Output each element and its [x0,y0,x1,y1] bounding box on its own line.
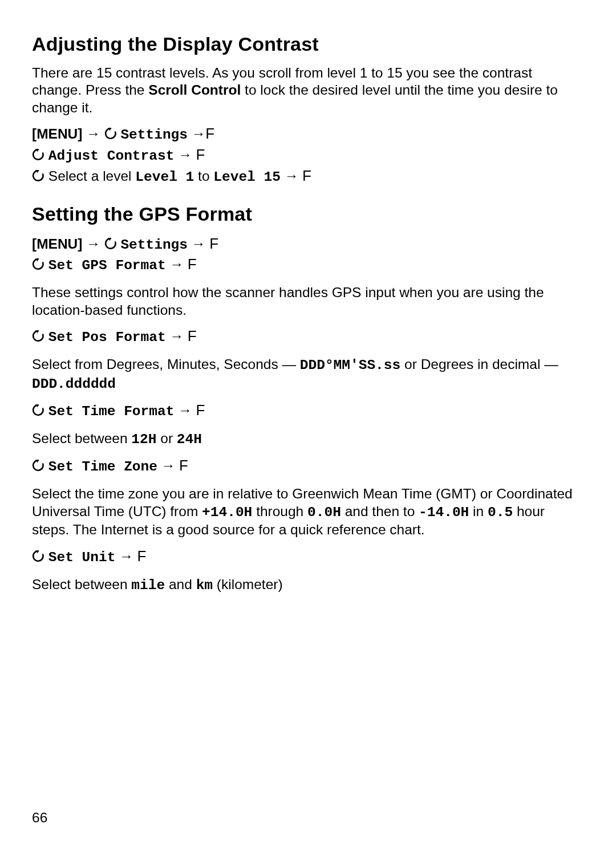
scroll-icon [32,549,44,562]
minus-14h: -14.0H [419,505,469,520]
gps-description: These settings control how the scanner h… [32,284,584,319]
heading-adjust-contrast: Adjusting the Display Contrast [32,32,584,56]
function-key-icon: F [188,255,197,274]
menu-key: [MENU] [32,236,82,251]
arrow-icon: → [192,126,206,141]
scroll-icon [104,237,117,249]
scroll-icon [32,329,44,342]
time-format-options: Select between 12H or 24H [32,430,584,449]
dms-format: DDD°MM'SS.ss [300,358,400,373]
time-or: or [156,431,176,446]
set-time-zone-label: Set Time Zone [48,459,157,474]
settings-label: Settings [120,237,188,253]
scroll-icon [32,169,44,181]
unit-and: and [165,577,196,592]
arrow-icon: → [178,403,192,418]
function-key-icon: F [196,401,205,420]
set-unit-line: Set Unit → F [32,547,584,567]
set-time-zone-line: Set Time Zone → F [32,456,584,476]
manual-page: { "section1": { "heading": "Adjusting th… [0,0,616,852]
function-key-icon: F [205,124,214,143]
heading-gps-format: Setting the GPS Format [32,202,584,226]
mile-label: mile [131,578,165,593]
to-text: to [194,168,213,184]
intro-paragraph: There are 15 contrast levels. As you scr… [32,64,584,117]
function-key-icon: F [188,327,197,346]
gps-nav-line-2: Set GPS Format → F [32,255,584,275]
level-15-label: Level 15 [213,169,281,185]
twentyfour-hour: 24H [177,432,202,447]
scroll-control-term: Scroll Control [148,82,241,98]
pos-text-a: Select from Degrees, Minutes, Seconds — [32,356,300,372]
arrow-icon: → [86,126,100,141]
page-number: 66 [32,809,47,827]
arrow-icon: → [169,257,184,272]
arrow-icon: → [285,168,299,184]
arrow-icon: → [86,236,100,251]
set-time-format-label: Set Time Format [48,404,175,419]
arrow-icon: → [161,458,176,473]
set-unit-label: Set Unit [48,550,116,565]
arrow-icon: → [119,549,133,564]
nav-path-line-3: Select a level Level 1 to Level 15 → F [32,167,584,186]
arrow-icon: → [178,147,192,163]
time-text-a: Select between [32,431,131,446]
arrow-icon: → [192,236,206,251]
unit-text-a: Select between [32,577,131,592]
nav-path-line-1: [MENU] → Settings →F [32,124,584,144]
set-time-format-line: Set Time Format → F [32,401,584,421]
twelve-hour: 12H [131,432,156,447]
function-key-icon: F [179,456,188,475]
set-pos-format-line: Set Pos Format → F [32,327,584,347]
menu-key: [MENU] [32,126,82,141]
step-05: 0.5 [488,505,513,520]
gps-nav-line-1: [MENU] → Settings → F [32,234,584,254]
scroll-icon [104,127,117,139]
zone-text-d: in [469,504,488,519]
function-key-icon: F [209,234,218,253]
zero-h: 0.0H [307,505,341,520]
adjust-contrast-label: Adjust Contrast [48,148,175,164]
set-gps-format-label: Set GPS Format [48,258,166,273]
unit-text-b: (kilometer) [213,577,283,592]
decimal-format: DDD.dddddd [32,376,116,392]
pos-format-options: Select from Degrees, Minutes, Seconds — … [32,356,584,393]
set-pos-format-label: Set Pos Format [48,330,166,345]
function-key-icon: F [137,547,147,566]
time-zone-description: Select the time zone you are in relative… [32,485,584,539]
scroll-icon [32,148,44,160]
scroll-icon [32,403,44,416]
function-key-icon: F [196,145,205,164]
settings-label: Settings [120,127,188,143]
zone-text-b: through [252,504,307,519]
scroll-icon [32,257,44,270]
level-1-label: Level 1 [135,169,194,185]
plus-14h: +14.0H [202,505,252,520]
zone-text-c: and then to [341,504,419,519]
arrow-icon: → [169,328,184,344]
unit-options: Select between mile and km (kilometer) [32,576,584,595]
scroll-icon [32,459,44,471]
km-label: km [196,578,213,593]
pos-text-b: or Degrees in decimal — [400,356,558,372]
select-level-text: Select a level [48,168,136,184]
nav-path-line-2: Adjust Contrast → F [32,145,584,165]
function-key-icon: F [302,167,311,185]
